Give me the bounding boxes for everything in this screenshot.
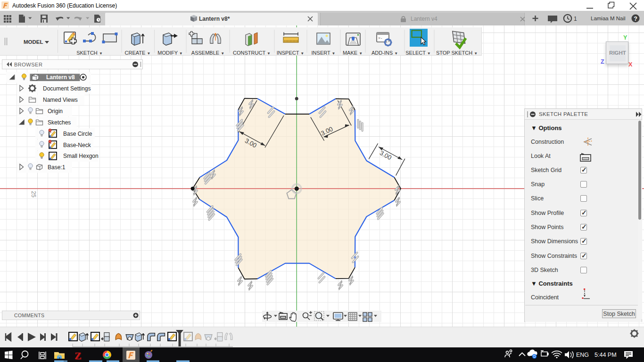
svg-text:Sketches: Sketches bbox=[48, 119, 71, 126]
svg-text:1: 1 bbox=[574, 16, 577, 22]
svg-text:Document Settings: Document Settings bbox=[43, 85, 91, 92]
svg-text:3.00: 3.00 bbox=[379, 149, 393, 162]
svg-text:Origin: Origin bbox=[48, 108, 63, 115]
svg-text:5:44 PM: 5:44 PM bbox=[594, 352, 617, 358]
svg-text:Base:1: Base:1 bbox=[48, 164, 66, 171]
svg-text:ENG: ENG bbox=[576, 352, 589, 358]
svg-text:Named Views: Named Views bbox=[43, 97, 78, 103]
svg-text:>-: >- bbox=[378, 36, 383, 40]
svg-text:Base-Neck: Base-Neck bbox=[63, 142, 91, 148]
svg-text:Z: Z bbox=[74, 350, 82, 362]
svg-text:Lamiaa M Nail: Lamiaa M Nail bbox=[591, 16, 626, 21]
svg-text:Lantern v8: Lantern v8 bbox=[46, 74, 75, 81]
svg-text:?: ? bbox=[634, 16, 637, 22]
svg-text:MODEL: MODEL bbox=[24, 39, 43, 45]
svg-text:Small Hexgon: Small Hexgon bbox=[63, 153, 99, 159]
svg-text:Base Circle: Base Circle bbox=[63, 131, 92, 137]
